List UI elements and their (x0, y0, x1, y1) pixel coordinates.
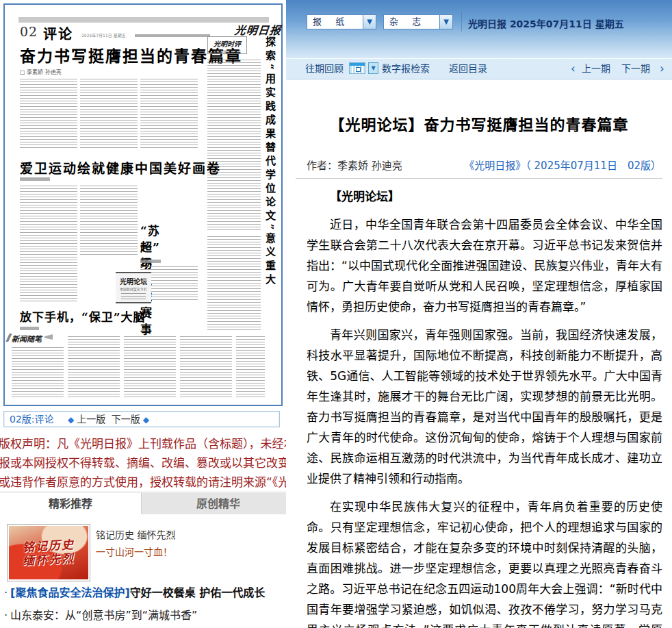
promo-list: ·[聚焦食品安全法治保护]守好一校餐桌 护佑一代成长 ·山东泰安：从“创意书房”… (4, 583, 292, 628)
promo-caption: 铭记历史 缅怀先烈 (96, 527, 175, 541)
thumb-byline-2 (20, 177, 50, 181)
thumb-box-luntan-title: 光明论坛 (116, 276, 151, 286)
right-column: 报 纸 ▼ 杂 志 ▼ 光明日报 2025年07月11日 星期五 往期回顾 ▼ … (286, 0, 672, 628)
thumb-byline-3 (140, 260, 161, 263)
thumb-page-date: 2025年7月11日 星期五 (81, 32, 126, 38)
thumb-vertical-headline[interactable]: 探索“用实践成果替代学位论文”意义重大 (263, 36, 277, 338)
promo-list-item[interactable]: ·[聚焦食品安全法治保护]守好一校餐桌 护佑一代成长 (4, 583, 292, 600)
prev-issue-arrow-icon[interactable]: ‹ (571, 58, 576, 79)
promo-tabs: 精彩推荐 原创精华 (0, 492, 294, 514)
calendar-icon[interactable] (349, 62, 365, 74)
article-title: 【光明论坛】奋力书写挺膺担当的青春篇章 (296, 112, 662, 134)
article-paragraph: 青年兴则国家兴，青年强则国家强。当前，我国经济快速发展，科技水平显著提升，国际地… (307, 325, 662, 489)
article-source: 《光明日报》（ 2025年07月11日 02版） (464, 158, 661, 172)
nav-next-issue[interactable]: 下一期 (621, 58, 650, 79)
promo-item1-prefix: [聚焦食品安全法治保护] (10, 586, 130, 599)
thumb-headline-2[interactable]: 爱卫运动绘就健康中国美好画卷 (20, 158, 221, 177)
thumb-text-column (207, 236, 261, 332)
article-body: 【光明论坛】 近日，中华全国青年联合会第十四届委员会全体会议、中华全国学生联合会… (307, 186, 662, 628)
thumb-text-column (236, 336, 265, 398)
paper-type-dropdown-value: 报 纸 (307, 15, 363, 29)
thumb-top-rule (18, 17, 269, 23)
newspaper-page-thumbnail[interactable]: 02 评论 2025年7月11日 星期五 光明日报 奋力书写挺膺担当的青春篇章 … (3, 3, 283, 406)
prev-page-link[interactable]: 上一版 (77, 414, 105, 425)
tab-original[interactable]: 原创精华 (141, 493, 295, 514)
article-author: 作者：季素娇 孙迪亮 (307, 158, 402, 172)
nav-back-to-contents[interactable]: 返回目录 (449, 58, 487, 79)
promo-list-item[interactable]: ·山东泰安：从“创意书房”到“满城书香” (4, 606, 292, 623)
magazine-type-dropdown-value: 杂 志 (384, 15, 439, 29)
header-date: 光明日报 2025年07月11日 星期五 (468, 16, 624, 30)
next-page-link[interactable]: 下一版 (112, 414, 140, 425)
nav-past-issues[interactable]: 往期回顾 (305, 58, 344, 79)
thumb-meta-line (135, 34, 210, 37)
top-bar: 报 纸 ▼ 杂 志 ▼ 光明日报 2025年07月11日 星期五 (286, 0, 672, 58)
thumb-text-column (180, 336, 232, 398)
promo-image-art: 铭记历史 缅怀先烈 (9, 526, 88, 579)
header-weekday: 星期五 (595, 18, 624, 29)
thumb-text-column (140, 79, 198, 150)
bullet-icon: · (4, 586, 8, 599)
left-column: 02 评论 2025年7月11日 星期五 光明日报 奋力书写挺膺担当的青春篇章 … (0, 0, 286, 628)
thumb-byline-4 (20, 327, 39, 330)
page-nav-box: 02版:评论 ◆上一版 下一版◆ (3, 411, 280, 427)
thumb-box-shiping[interactable]: 光明时评 中国新闻奖名专栏 (207, 36, 247, 54)
promo-item2-text: 山东泰安：从“创意书房”到“满城书香” (10, 609, 197, 622)
thumb-text-column (20, 79, 77, 150)
promo-link[interactable]: 一寸山河一寸血！ (96, 544, 172, 558)
thumb-box-luntan[interactable]: 光明论坛 中国新闻奖名专栏 (116, 272, 151, 303)
promo-image[interactable]: 铭记历史 缅怀先烈 (7, 524, 90, 581)
article-divider (296, 178, 662, 179)
nav-bar: 往期回顾 ▼ 数字报检索 返回目录 ‹ 上一期 下一期 › (286, 58, 672, 79)
next-page-diamond-icon: ◆ (143, 415, 149, 425)
thumb-headline-main[interactable]: 奋力书写挺膺担当的青春篇章 (20, 43, 225, 66)
thumb-text-column (207, 60, 261, 232)
thumb-headline-4[interactable]: 放下手机，“保卫”大脑 (20, 307, 146, 325)
dropdown-arrow-icon[interactable]: ▼ (439, 15, 452, 29)
bullet-icon: · (4, 609, 8, 622)
thumb-page-number: 02 (20, 24, 38, 39)
thumb-box-luntan-contact-line (121, 293, 146, 300)
thumb-text-column (12, 347, 64, 398)
nav-prev-issue[interactable]: 上一期 (582, 58, 610, 79)
promo-item1-text: 守好一校餐桌 护佑一代成长 (130, 586, 266, 599)
article-meta-row: 作者：季素娇 孙迪亮 《光明日报》（ 2025年07月11日 02版） (307, 158, 661, 173)
calendar-dropdown-icon[interactable]: ▼ (368, 62, 378, 74)
article-pane: 【光明论坛】奋力书写挺膺担当的青春篇章 作者：季素娇 孙迪亮 《光明日报》（ 2… (286, 79, 672, 628)
header-divider (461, 12, 462, 32)
thumb-text-column (80, 186, 138, 257)
header-paper-name: 光明日报 (468, 18, 506, 29)
thumb-byline-main: □ 季素娇 孙迪亮 (20, 68, 62, 75)
header-date-value: 2025年07月11日 (510, 18, 592, 29)
thumb-text-column (68, 336, 120, 398)
magazine-type-dropdown[interactable]: 杂 志 ▼ (383, 14, 453, 29)
promo-image-text-line2: 缅怀先烈 (23, 551, 75, 568)
nav-digital-search[interactable]: 数字报检索 (382, 58, 430, 79)
article-paragraph: 在实现中华民族伟大复兴的征程中，青年肩负着重要的历史使命。只有坚定理想信念，牢记… (307, 497, 662, 628)
thumb-masthead-logo: 光明日报 (234, 21, 283, 38)
calendar-day-dot (356, 67, 361, 72)
dropdown-arrow-icon[interactable]: ▼ (363, 15, 376, 29)
thumb-box-luntan-sub: 中国新闻奖名专栏 (116, 286, 151, 291)
paper-type-dropdown[interactable]: 报 纸 ▼ (307, 14, 376, 29)
thumb-essay-label: 新闻随笔 (12, 333, 42, 344)
article-column-tag: 【光明论坛】 (307, 186, 662, 207)
page-nav-label: 02版:评论 (10, 414, 54, 425)
thumb-text-column (124, 336, 176, 398)
thumb-text-column (20, 186, 77, 302)
tab-recommend[interactable]: 精彩推荐 (0, 493, 141, 514)
thumb-box-shiping-sub: 中国新闻奖名专栏 (208, 49, 246, 53)
next-issue-arrow-icon[interactable]: › (660, 58, 664, 79)
thumb-section-name: 评论 (43, 23, 73, 43)
article-paragraph: 近日，中华全国青年联合会第十四届委员会全体会议、中华全国学生联合会第二十八次代表… (307, 214, 662, 317)
thumb-box-shiping-title: 光明时评 (208, 38, 246, 49)
prev-page-diamond-icon: ◆ (68, 415, 74, 425)
thumb-text-column (80, 79, 138, 150)
